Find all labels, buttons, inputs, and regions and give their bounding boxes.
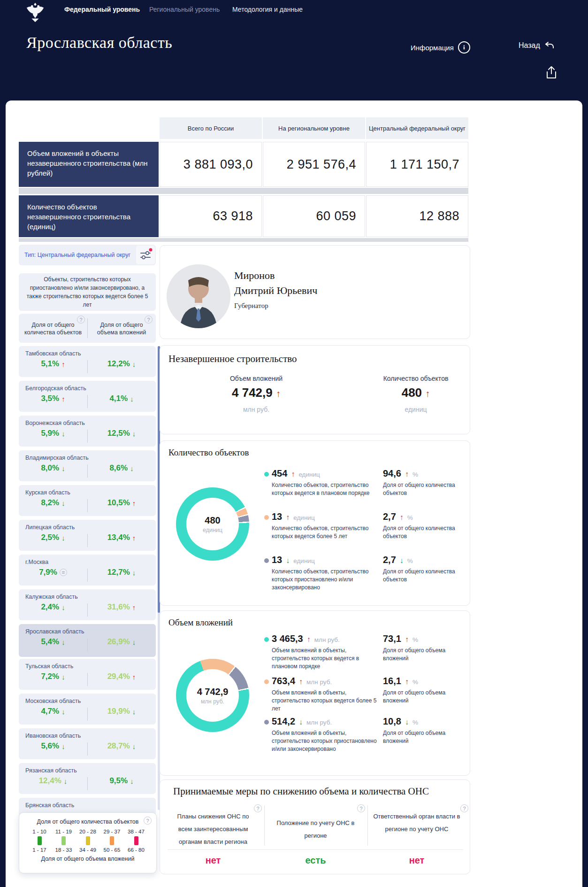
segment-dot-teal [264, 637, 269, 642]
table-header-total-russia: Всего по России [160, 117, 262, 139]
down-arrow-icon: ↓ [400, 556, 404, 565]
region-list-item-selected[interactable]: Ярославская область 5,4%↓ 26,9%↓ [19, 624, 156, 657]
legend-top-title: Доля от общего количества объектов [19, 818, 156, 825]
down-arrow-icon: ↓ [132, 569, 136, 577]
equal-icon: = [60, 569, 67, 576]
segment-dot-gray [264, 720, 269, 725]
info-button[interactable]: Информация i [411, 41, 470, 54]
table-cell: 63 918 [160, 195, 262, 237]
up-arrow-icon: ↑ [400, 513, 404, 522]
color-legend: ? Доля от общего количества объектов 1 -… [19, 812, 157, 873]
region-list-item[interactable]: Тульская область 7,2%↓ 29,4%↑ [19, 659, 156, 690]
filter-label: Тип: Центральный федеральный округ [24, 252, 130, 258]
dashboard-page: Федеральный уровень Региональный уровень… [0, 0, 588, 887]
up-arrow-icon: ↑ [307, 635, 311, 644]
region-list-item[interactable]: Воронежская область 5,9%↓ 12,5%↓ [19, 416, 156, 447]
region-list-item[interactable]: Рязанская область 12,4%↓ 9,5%↓ [19, 763, 156, 794]
legend-swatch-lightgreen [61, 836, 66, 845]
sidebar-column-headers: Доля от общего количества объектов Доля … [19, 314, 156, 343]
up-arrow-icon: ↑ [299, 678, 303, 686]
segment-dot-peach [264, 515, 269, 520]
down-arrow-icon: ↓ [132, 360, 136, 368]
up-arrow-icon: ↑ [61, 395, 65, 403]
help-icon[interactable]: ? [144, 817, 152, 825]
panel-title: Принимаемые меры по снижению объема и ко… [173, 786, 429, 797]
share-icon[interactable] [545, 66, 557, 80]
unfinished-construction-panel: Незавершенное строительство Объем вложен… [160, 345, 470, 434]
help-icon[interactable]: ? [357, 804, 365, 812]
table-cell: 3 881 093,0 [160, 142, 262, 187]
legend-bottom-title: Доля от общего объема вложений [19, 856, 156, 862]
table-row-label-volume: Объем вложений в объекты незавершенного … [19, 142, 159, 187]
table-cell: 1 171 150,7 [366, 142, 468, 187]
up-arrow-icon: ↑ [132, 499, 136, 507]
region-list-item[interactable]: Московская область 4,7%↓ 19,9%↓ [19, 694, 156, 725]
governor-role: Губернатор [234, 302, 268, 310]
down-arrow-icon: ↓ [130, 464, 134, 472]
region-list-item[interactable]: Владимирская область 8,0%↓ 8,6%↓ [19, 450, 156, 481]
investment-volume-panel: Объем вложений 4 742,9 млн руб. 3 465,3↑… [160, 610, 470, 776]
down-arrow-icon: ↓ [61, 464, 65, 472]
chart-share-col: 94,6↑% Доля от общего количества объекто… [383, 468, 466, 497]
col1-header: Доля от общего количества объектов [23, 321, 84, 336]
back-button[interactable]: Назад [519, 41, 555, 50]
governor-card: Миронов Дмитрий Юрьевич Губернатор [160, 245, 470, 339]
chart-legend-row: 13↓единиц Количество объектов, строитель… [264, 555, 382, 592]
donut-center-unit: единиц [203, 527, 222, 533]
district-type-filter[interactable]: Тип: Центральный федеральный округ [19, 245, 156, 265]
table-cell: 12 888 [366, 195, 468, 237]
donut-center-value: 4 742,9 [197, 686, 229, 697]
region-list-item[interactable]: г.Москва 7,9%= 12,7%↓ [19, 555, 156, 586]
nav-regional-level[interactable]: Региональный уровень [149, 6, 220, 13]
legend-range: 11 - 19 [52, 829, 76, 834]
table-cell: 60 059 [263, 195, 365, 237]
donut-center-value: 480 [205, 515, 220, 526]
stat-count: Количество объектов 480 ↑ единиц [359, 375, 472, 413]
nav-federal-level[interactable]: Федеральный уровень [64, 6, 140, 13]
governor-photo [167, 264, 230, 328]
up-arrow-icon: ↑ [132, 534, 136, 542]
table-divider [19, 238, 468, 242]
chart-share-col: 73,1↑% Доля от общего объема вложений [383, 633, 466, 663]
chart-legend-row: 514,2↓млн руб. Объем вложений в объекты,… [264, 716, 382, 753]
region-list-item[interactable]: Липецкая область 2,5%↓ 13,4%↑ [19, 520, 156, 551]
down-arrow-icon: ↓ [405, 718, 409, 726]
region-list-item[interactable]: Ивановская область 5,6%↓ 28,7%↓ [19, 728, 156, 759]
segment-dot-teal [264, 472, 269, 477]
nav-methodology[interactable]: Методология и данные [232, 6, 303, 13]
down-arrow-icon: ↓ [132, 742, 136, 750]
status-badge: есть [270, 855, 361, 866]
legend-swatch-red [134, 836, 138, 845]
region-list-item[interactable]: Белгородская область 3,5%↑ 4,1%↓ [19, 381, 156, 412]
down-arrow-icon: ↓ [61, 499, 65, 507]
legend-range: 34 - 49 [76, 847, 99, 853]
table-divider [19, 188, 468, 194]
measure-column-label: Планы снижения ОНС по всем заинтересован… [169, 810, 257, 848]
chart-share-col: 10,8↓% Доля от общего объема вложений [383, 716, 466, 745]
down-arrow-icon: ↓ [130, 777, 134, 785]
table-row-label-count: Количество объектов незавершенного строи… [19, 195, 159, 237]
down-arrow-icon: ↓ [61, 638, 65, 646]
region-list-item[interactable]: Курская область 8,2%↓ 10,5%↑ [19, 485, 156, 516]
legend-range: 50 - 65 [100, 847, 124, 853]
donut-center-unit: млн руб. [201, 698, 224, 705]
chart-legend-row: 454↑единиц Количество объектов, строител… [264, 468, 382, 497]
chart-share-col: 16,1↑% Доля от общего объема вложений [383, 676, 466, 705]
segment-dot-peach [264, 679, 269, 684]
measures-panel: Принимаемые меры по снижению объема и ко… [160, 779, 470, 874]
region-list-item[interactable]: Калужская область 2,4%↓ 31,6%↑ [19, 589, 156, 620]
panel-title: Количество объектов [168, 447, 249, 458]
filter-settings-icon[interactable] [136, 246, 155, 264]
region-list-item[interactable]: Тамбовская область 5,1%↑ 12,2%↓ [19, 346, 156, 377]
up-arrow-icon: ↑ [405, 470, 409, 478]
help-icon[interactable]: ? [145, 316, 153, 324]
investment-volume-donut-chart: 4 742,9 млн руб. [176, 659, 249, 732]
legend-swatch-yellow [86, 836, 90, 845]
down-arrow-icon: ↓ [299, 718, 303, 726]
help-icon[interactable]: ? [77, 316, 85, 324]
sidebar-note: Объекты, строительство которых приостано… [19, 273, 156, 311]
info-button-label: Информация [411, 44, 454, 52]
help-icon[interactable]: ? [460, 804, 468, 812]
status-badge: нет [372, 855, 461, 866]
info-icon: i [458, 41, 470, 54]
